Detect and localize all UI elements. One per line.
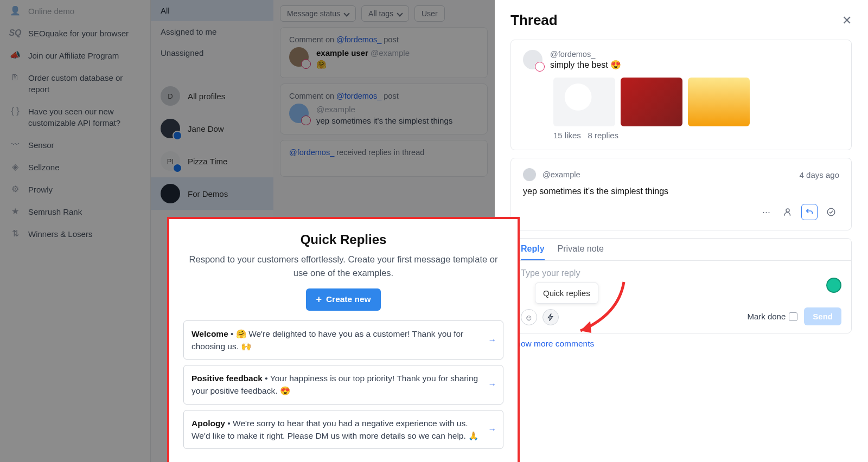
feed-meta: @fordemos_ received replies in thread: [289, 148, 478, 157]
post-image[interactable]: [621, 78, 682, 126]
reply-input[interactable]: [521, 268, 841, 278]
quick-replies-tooltip: Quick replies: [535, 283, 598, 304]
feed-card[interactable]: @fordemos_ received replies in thread: [280, 140, 488, 177]
avatar: [161, 184, 180, 203]
updown-icon: ⇅: [10, 228, 21, 239]
svg-point-1: [827, 208, 835, 216]
profile-link[interactable]: @fordemos_: [336, 35, 381, 44]
op-stats: 15 likes 8 replies: [553, 131, 839, 140]
create-new-button[interactable]: + Create new: [306, 288, 380, 311]
filter-user[interactable]: User: [414, 5, 445, 22]
quick-replies-modal: Quick Replies Respond to your customers …: [167, 217, 520, 462]
instagram-badge-icon: [535, 62, 545, 72]
profile-fordemos[interactable]: For Demos: [151, 177, 273, 210]
feed-meta: Comment on @fordemos_ post: [289, 35, 478, 44]
quick-reply-template[interactable]: Positive feedback • Your happiness is ou…: [183, 365, 503, 405]
quick-replies-icon[interactable]: [542, 309, 559, 325]
person-icon: 👤: [10, 5, 21, 16]
filter-all[interactable]: All: [151, 0, 273, 21]
feed-username: example user: [316, 48, 368, 57]
sq-icon: SQ: [10, 28, 21, 39]
profile-pizza[interactable]: PI Pizza Time: [151, 145, 273, 177]
filter-message-status[interactable]: Message status: [280, 5, 356, 22]
facebook-badge-icon: [173, 131, 182, 140]
profile-link[interactable]: @fordemos_: [336, 92, 381, 100]
profile-label: For Demos: [188, 189, 228, 198]
sidebar-item-online-demo[interactable]: 👤Online demo: [0, 0, 150, 22]
post-image[interactable]: [688, 78, 750, 126]
sidebar-item-semrush-rank[interactable]: ★Semrush Rank: [0, 201, 150, 223]
sidebar-item-label: Online demo: [28, 5, 74, 17]
sidebar-item-prowly[interactable]: ⚙Prowly: [0, 178, 150, 201]
op-handle[interactable]: @fordemos_: [550, 50, 621, 59]
profile-label: Pizza Time: [188, 157, 227, 166]
sidebar-item-sellzone[interactable]: ◈Sellzone: [0, 156, 150, 178]
modal-subtitle: Respond to your customers effortlessly. …: [183, 253, 503, 280]
sidebar-item-api[interactable]: { }Have you seen our new customizable AP…: [0, 100, 150, 134]
op-avatar: [523, 50, 542, 69]
reply-handle[interactable]: @example: [542, 170, 580, 179]
megaphone-icon: 📣: [10, 50, 21, 61]
assign-user-icon[interactable]: [780, 204, 796, 220]
commenter-avatar: [289, 104, 309, 123]
tab-reply[interactable]: Reply: [521, 244, 545, 260]
instagram-badge-icon: [301, 116, 311, 125]
quick-reply-template[interactable]: Welcome • 🤗 We're delighted to have you …: [183, 320, 503, 360]
sidebar-item-label: Prowly: [28, 184, 53, 195]
send-button[interactable]: Send: [804, 307, 841, 325]
star-icon: ★: [10, 206, 21, 217]
sidebar-item-affiliate[interactable]: 📣Join our Affiliate Program: [0, 44, 150, 67]
post-image[interactable]: [553, 78, 615, 126]
sidebar-item-label: Order custom database or report: [28, 72, 141, 95]
profile-label: Jane Dow: [188, 124, 224, 133]
feed-body: yep sometimes it's the simplest things: [316, 115, 452, 126]
arrow-right-icon: →: [488, 423, 497, 435]
op-message: simply the best 😍: [550, 60, 621, 70]
braces-icon: { }: [10, 106, 21, 117]
sidebar-item-label: Have you seen our new customizable API f…: [28, 106, 141, 129]
filter-unassigned[interactable]: Unassigned: [151, 42, 273, 63]
sidebar-item-label: Sensor: [28, 139, 54, 151]
feed-handle: @example: [371, 48, 410, 57]
thread-panel: Thread ✕ @fordemos_ simply the best 😍 15…: [494, 0, 868, 462]
feed-card[interactable]: Comment on @fordemos_ post example user …: [280, 27, 488, 78]
quick-reply-template[interactable]: Apology • We're sorry to hear that you h…: [183, 410, 503, 450]
sidebar-item-winners-losers[interactable]: ⇅Winners & Losers: [0, 223, 150, 245]
mark-done-icon[interactable]: [823, 204, 839, 220]
instagram-badge-icon: [301, 59, 311, 69]
tab-private-note[interactable]: Private note: [558, 244, 604, 260]
grammarly-icon[interactable]: [826, 278, 841, 293]
feed-card[interactable]: Comment on @fordemos_ post @example yep …: [280, 84, 488, 134]
close-icon[interactable]: ✕: [842, 14, 852, 28]
emoji-picker-icon[interactable]: ☺: [521, 309, 537, 325]
sidebar-item-custom-db[interactable]: 🗎Order custom database or report: [0, 67, 150, 100]
document-icon: 🗎: [10, 72, 21, 83]
sidebar-item-seoquake[interactable]: SQSEOquake for your browser: [0, 22, 150, 44]
commenter-avatar: [289, 47, 309, 67]
mark-done-checkbox[interactable]: Mark done: [747, 312, 797, 321]
avatar: PI: [161, 151, 180, 171]
swirl-icon: ⚙: [10, 184, 21, 195]
reply-composer: Reply Private note Quick replies ☺ Mark …: [510, 238, 852, 333]
more-icon[interactable]: ⋯: [758, 204, 774, 220]
feed-meta: Comment on @fordemos_ post: [289, 92, 478, 100]
thread-title: Thread: [510, 12, 558, 29]
reply-icon[interactable]: [801, 204, 818, 220]
reply-card: @example 4 days ago yep sometimes it's t…: [510, 158, 852, 230]
sidebar-item-label: Semrush Rank: [28, 206, 82, 217]
sidebar-item-sensor[interactable]: 〰Sensor: [0, 134, 150, 156]
feed-handle: @example: [316, 105, 355, 114]
profile-jane[interactable]: Jane Dow: [151, 112, 273, 145]
svg-point-0: [786, 209, 789, 212]
sidebar-item-label: SEOquake for your browser: [28, 28, 129, 39]
op-thumbnails: [553, 78, 839, 126]
show-more-link[interactable]: Show more comments: [510, 339, 594, 349]
arrow-right-icon: →: [488, 333, 497, 346]
sidebar-item-label: Sellzone: [28, 162, 60, 173]
sidebar-item-label: Join our Affiliate Program: [28, 50, 119, 61]
filter-all-tags[interactable]: All tags: [361, 5, 409, 22]
profile-link[interactable]: @fordemos_: [289, 148, 334, 157]
profile-all[interactable]: D All profiles: [151, 80, 273, 112]
filter-assigned[interactable]: Assigned to me: [151, 21, 273, 42]
facebook-badge-icon: [173, 163, 182, 173]
